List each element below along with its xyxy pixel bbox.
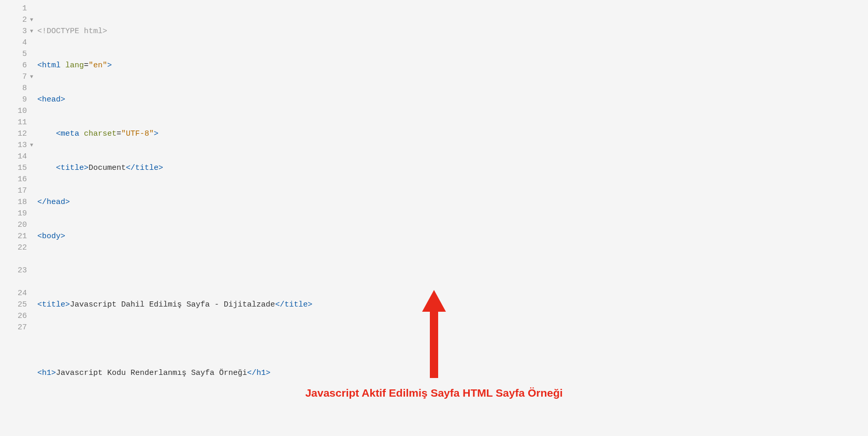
line-number: 3▼	[0, 26, 27, 37]
fold-icon[interactable]: ▼	[30, 71, 33, 83]
line-number: 16	[0, 174, 27, 185]
line-number: 27	[0, 322, 27, 333]
line-number: 22	[0, 242, 27, 265]
code-line: <html lang="en">	[30, 60, 837, 71]
line-number: 18	[0, 197, 27, 208]
line-number: 23	[0, 265, 27, 288]
line-number: 7▼	[0, 71, 27, 83]
code-line: <title>Document</title>	[30, 163, 837, 174]
line-number: 25	[0, 299, 27, 311]
line-number: 5	[0, 49, 27, 60]
code-line: <title>Javascript Dahil Edilmiş Sayfa - …	[30, 299, 837, 311]
fold-icon[interactable]: ▼	[30, 26, 33, 37]
line-number: 15	[0, 163, 27, 174]
line-number-gutter: 1 2▼ 3▼ 4 5 6 7▼ 8 9 10 11 12 13▼ 14 15 …	[0, 3, 30, 436]
line-number: 9	[0, 94, 27, 106]
code-line: <body>	[30, 231, 837, 242]
line-number: 2▼	[0, 14, 27, 26]
line-number: 11	[0, 117, 27, 128]
line-number: 17	[0, 185, 27, 197]
code-area[interactable]: <!DOCTYPE html> <html lang="en"> <head> …	[30, 3, 868, 436]
code-line: </head>	[30, 197, 837, 208]
code-line: <h1>Javascript Kodu Renderlanmış Sayfa Ö…	[30, 368, 837, 379]
fold-icon[interactable]: ▼	[30, 14, 33, 26]
line-number: 8	[0, 83, 27, 94]
fold-icon[interactable]: ▼	[30, 140, 33, 151]
code-line	[30, 265, 837, 277]
line-number: 21	[0, 231, 27, 242]
code-line	[30, 333, 837, 345]
line-number: 19	[0, 208, 27, 220]
line-number: 6	[0, 60, 27, 71]
code-line: <!DOCTYPE html>	[30, 26, 837, 37]
line-number: 14	[0, 151, 27, 163]
code-line: <head>	[30, 94, 837, 106]
code-line: <meta charset="UTF-8">	[30, 128, 837, 140]
line-number: 12	[0, 128, 27, 140]
line-number: 13▼	[0, 140, 27, 151]
line-number: 24	[0, 288, 27, 299]
line-number: 20	[0, 220, 27, 231]
line-number: 10	[0, 106, 27, 117]
line-number: 4	[0, 37, 27, 49]
line-number: 26	[0, 311, 27, 322]
code-editor: 1 2▼ 3▼ 4 5 6 7▼ 8 9 10 11 12 13▼ 14 15 …	[0, 0, 868, 436]
line-number: 1	[0, 3, 27, 14]
code-line	[30, 402, 837, 413]
